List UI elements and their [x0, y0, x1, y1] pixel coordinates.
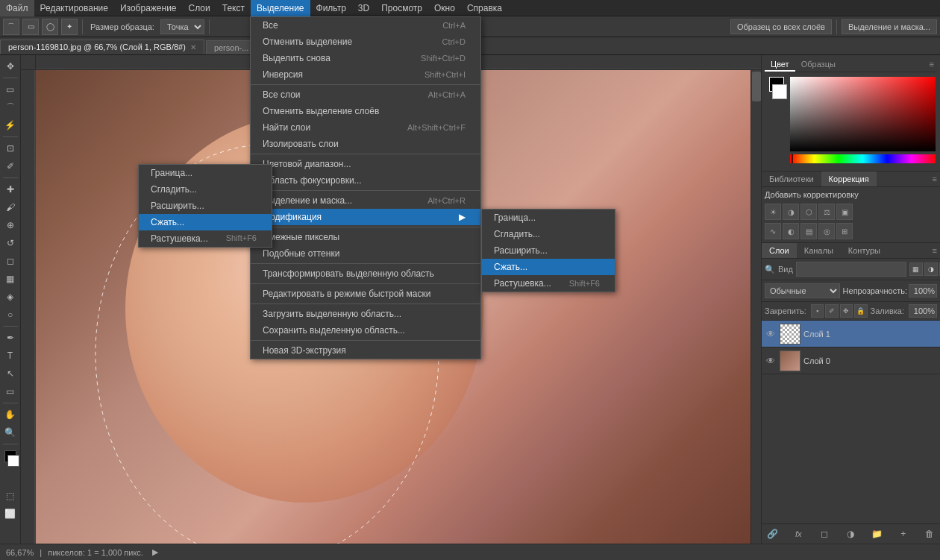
modify-submenu: Граница... Сгладить... Расширить... Сжат… [481, 209, 615, 292]
select-sep-8 [251, 340, 480, 341]
ctx-expand[interactable]: Расширить... [139, 198, 272, 214]
ctx-feather[interactable]: Растушевка...Shift+F6 [139, 230, 272, 247]
select-select-mask[interactable]: Выделение и маска... Alt+Ctrl+R [251, 192, 480, 209]
select-inverse[interactable]: Инверсия Shift+Ctrl+I [251, 66, 480, 83]
menubar: Файл Редактирование Изображение Слои Тек… [0, 0, 940, 16]
menu-text[interactable]: Текст [216, 0, 251, 16]
context-menu: Граница... Сгладить... Расширить... Сжат… [138, 164, 272, 248]
menu-window[interactable]: Окно [428, 0, 461, 16]
select-menu-dropdown: Все Ctrl+A Отменить выделение Ctrl+D Выд… [250, 16, 481, 359]
menu-file[interactable]: Файл [0, 0, 34, 16]
select-sep-3 [251, 190, 480, 191]
menu-3d[interactable]: 3D [352, 0, 375, 16]
menu-layers[interactable]: Слои [183, 0, 216, 16]
menu-select[interactable]: Выделение [251, 0, 310, 16]
menu-image[interactable]: Изображение [114, 0, 183, 16]
select-grow[interactable]: Смежные пикселы [251, 229, 480, 245]
menu-view[interactable]: Просмотр [375, 0, 428, 16]
select-reselect[interactable]: Выделить снова Shift+Ctrl+D [251, 50, 480, 66]
select-all[interactable]: Все Ctrl+A [251, 17, 480, 34]
select-deselect[interactable]: Отменить выделение Ctrl+D [251, 34, 480, 50]
select-deselect-layers[interactable]: Отменить выделение слоёв [251, 103, 480, 119]
select-sep-7 [251, 303, 480, 304]
select-find-layers[interactable]: Найти слои Alt+Shift+Ctrl+F [251, 119, 480, 136]
select-transform[interactable]: Трансформировать выделенную область [251, 265, 480, 282]
menu-edit[interactable]: Редактирование [34, 0, 114, 16]
select-load-selection[interactable]: Загрузить выделенную область... [251, 306, 480, 322]
select-sep-1 [251, 84, 480, 85]
select-color-range[interactable]: Цветовой диапазон... [251, 156, 480, 172]
modify-contract[interactable]: Сжать... [482, 259, 615, 275]
menu-filter[interactable]: Фильтр [310, 0, 352, 16]
select-sep-6 [251, 283, 480, 284]
select-isolate-layers[interactable]: Изолировать слои [251, 136, 480, 152]
select-save-selection[interactable]: Сохранить выделенную область... [251, 322, 480, 339]
select-sep-5 [251, 263, 480, 264]
select-sep-2 [251, 154, 480, 154]
ctx-contract[interactable]: Сжать... [139, 214, 272, 230]
modify-border[interactable]: Граница... [482, 210, 615, 226]
select-sep-4 [251, 227, 480, 227]
select-new-3d[interactable]: Новая 3D-экструзия [251, 342, 480, 359]
ctx-smooth[interactable]: Сгладить... [139, 181, 272, 198]
menu-help[interactable]: Справка [461, 0, 508, 16]
select-similar[interactable]: Подобные оттенки [251, 245, 480, 262]
modify-smooth[interactable]: Сгладить... [482, 226, 615, 242]
select-quick-mask[interactable]: Редактировать в режиме быстрой маски [251, 286, 480, 302]
select-modify[interactable]: Модификация ▶ [251, 209, 480, 225]
modify-expand[interactable]: Расширить... [482, 242, 615, 259]
modify-feather[interactable]: Растушевка... Shift+F6 [482, 275, 615, 292]
select-all-layers[interactable]: Все слои Alt+Ctrl+A [251, 86, 480, 103]
select-focus-area[interactable]: Область фокусировки... [251, 172, 480, 189]
ctx-border[interactable]: Граница... [139, 165, 272, 181]
